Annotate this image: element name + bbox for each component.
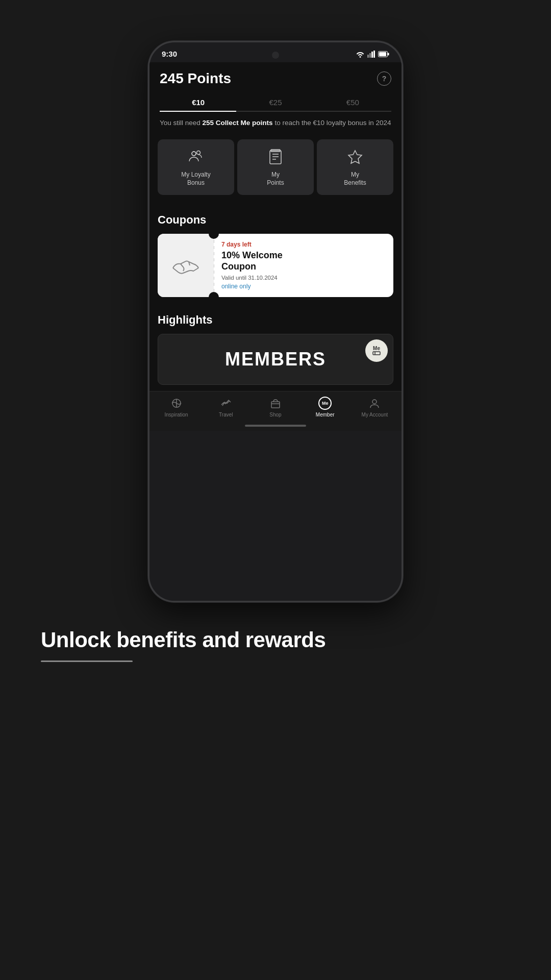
svg-rect-1 (369, 53, 371, 58)
handshake-icon (170, 253, 201, 278)
highlights-section: Highlights MEMBERS Me (149, 303, 402, 391)
my-benefits-icon (346, 148, 364, 166)
highlights-card[interactable]: MEMBERS Me (158, 334, 393, 385)
tagline-text: Unlock benefits and rewards (41, 628, 510, 652)
coupon-image (158, 234, 214, 297)
coupon-title: 10% WelcomeCoupon (221, 250, 386, 272)
nav-travel-label: Travel (219, 412, 233, 418)
svg-rect-2 (371, 52, 373, 58)
my-points-card[interactable]: MyPoints (237, 139, 314, 195)
svg-rect-10 (270, 151, 281, 164)
loyalty-bonus-card[interactable]: My LoyaltyBonus (158, 139, 234, 195)
points-header: 245 Points ? (149, 62, 402, 92)
help-button[interactable]: ? (377, 71, 391, 86)
me-circle: Me (318, 397, 332, 410)
shop-icon (269, 397, 282, 410)
nav-inspiration-label: Inspiration (165, 412, 188, 418)
tagline-area: Unlock benefits and rewards (0, 628, 551, 662)
svg-rect-20 (271, 402, 280, 408)
svg-point-8 (197, 151, 201, 155)
phone-shell: 9:30 245 Points (148, 41, 403, 602)
loyalty-bonus-icon (187, 148, 205, 166)
member-icon: Me (318, 397, 332, 410)
coupon-online-label: online only (221, 283, 386, 290)
svg-marker-15 (348, 151, 362, 163)
points-count: 245 Points (160, 70, 231, 87)
home-indicator (149, 421, 402, 431)
tier-tab-50[interactable]: €50 (314, 98, 391, 111)
nav-shop[interactable]: Shop (251, 397, 300, 418)
highlights-card-text: MEMBERS (225, 349, 326, 370)
my-points-label: MyPoints (267, 171, 284, 187)
coupon-card[interactable]: 7 days left 10% WelcomeCoupon Valid unti… (158, 234, 393, 297)
my-benefits-card[interactable]: MyBenefits (317, 139, 393, 195)
points-needed: 255 Collect Me points (203, 119, 273, 127)
camera-cutout (272, 52, 279, 59)
coupon-valid-date: Valid until 31.10.2024 (221, 275, 386, 281)
wifi-icon (356, 51, 365, 58)
coupon-days-left: 7 days left (221, 241, 386, 248)
side-button (402, 134, 403, 165)
tier-tab-25[interactable]: €25 (237, 98, 314, 111)
coupons-title: Coupons (158, 213, 393, 227)
travel-icon (219, 397, 233, 410)
coupon-info: 7 days left 10% WelcomeCoupon Valid unti… (214, 234, 393, 297)
tier-tabs: €10 €25 €50 (149, 92, 402, 111)
svg-rect-6 (379, 52, 386, 56)
me-badge-icon (372, 351, 381, 355)
loyalty-bonus-label: My LoyaltyBonus (181, 171, 210, 187)
status-time: 9:30 (162, 50, 177, 58)
my-points-icon (266, 148, 285, 166)
nav-travel[interactable]: Travel (201, 397, 251, 418)
highlights-title: Highlights (158, 313, 393, 327)
svg-rect-3 (373, 51, 375, 58)
points-description: You still need 255 Collect Me points to … (149, 112, 402, 134)
nav-shop-label: Shop (269, 412, 281, 418)
screen: 245 Points ? €10 €25 €50 You still need … (149, 62, 402, 431)
nav-my-account-label: My Account (362, 412, 388, 418)
bottom-nav: Inspiration Travel (149, 391, 402, 421)
status-icons (356, 51, 389, 58)
home-bar (245, 425, 306, 427)
tagline-underline (41, 660, 133, 662)
tier-tab-10[interactable]: €10 (160, 98, 237, 111)
points-title-row: 245 Points ? (160, 70, 391, 87)
nav-member[interactable]: Me Member (300, 397, 350, 418)
signal-icon (367, 51, 375, 58)
quick-actions: My LoyaltyBonus MyPoints (149, 134, 402, 203)
svg-point-22 (372, 400, 377, 404)
battery-icon (378, 51, 389, 57)
inspiration-icon (170, 397, 183, 410)
coupons-section: Coupons 7 days left 10% WelcomeCoupon (149, 203, 402, 303)
my-account-icon (368, 397, 381, 410)
me-badge: Me (365, 339, 388, 362)
nav-my-account[interactable]: My Account (350, 397, 399, 418)
svg-rect-5 (388, 53, 389, 55)
me-badge-text: Me (373, 346, 380, 351)
svg-rect-16 (373, 352, 380, 355)
nav-member-label: Member (316, 412, 335, 418)
my-benefits-label: MyBenefits (344, 171, 366, 187)
nav-inspiration[interactable]: Inspiration (152, 397, 201, 418)
svg-rect-0 (367, 55, 369, 58)
